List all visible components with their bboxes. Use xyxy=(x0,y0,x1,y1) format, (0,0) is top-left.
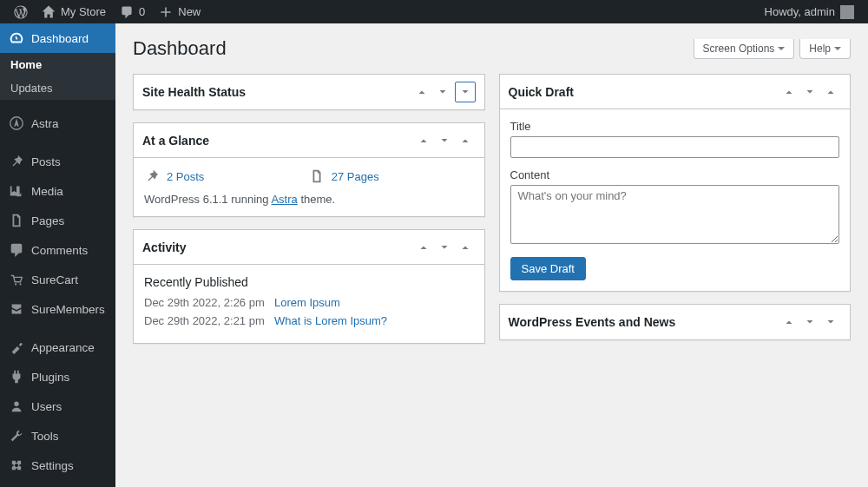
submenu-dashboard: Home Updates xyxy=(0,53,115,100)
svg-point-3 xyxy=(14,402,18,406)
menu-label: Astra xyxy=(31,117,59,130)
menu-posts[interactable]: Posts xyxy=(0,147,115,176)
events-news-box: WordPress Events and News xyxy=(499,304,852,340)
pages-icon xyxy=(9,213,24,228)
glance-posts: 2 Posts xyxy=(144,168,309,184)
menu-appearance[interactable]: Appearance xyxy=(0,332,115,362)
chevron-up-icon xyxy=(416,86,428,98)
menu-plugins[interactable]: Plugins xyxy=(0,362,115,392)
plugins-icon xyxy=(9,369,24,385)
move-up-button[interactable] xyxy=(413,130,434,151)
chevron-down-icon xyxy=(804,316,816,328)
submenu-updates[interactable]: Updates xyxy=(0,76,115,100)
chevron-down-icon xyxy=(438,135,450,147)
title-field: Title xyxy=(510,120,840,158)
move-down-button[interactable] xyxy=(799,82,820,102)
content-label: Content xyxy=(510,168,840,181)
chevron-up-icon xyxy=(418,241,430,253)
menu-label: Users xyxy=(31,400,62,413)
activity-link[interactable]: Lorem Ipsum xyxy=(274,296,340,309)
toggle-panel-button[interactable] xyxy=(820,312,841,332)
toggle-panel-button[interactable] xyxy=(455,82,476,102)
postbox-title: Activity xyxy=(142,240,187,254)
comments-menu[interactable]: 0 xyxy=(113,0,152,23)
move-up-button[interactable] xyxy=(779,82,799,102)
move-down-button[interactable] xyxy=(434,237,455,258)
page-title: Dashboard xyxy=(133,30,227,67)
admin-bar-left: My Store 0 New xyxy=(7,0,207,23)
save-draft-button[interactable]: Save Draft xyxy=(510,257,586,280)
move-up-button[interactable] xyxy=(779,312,799,332)
users-icon xyxy=(9,398,24,414)
screen-options-button[interactable]: Screen Options xyxy=(694,39,795,59)
admin-sidebar: Dashboard Home Updates Astra Posts Media… xyxy=(0,23,115,487)
menu-label: SureMembers xyxy=(31,303,105,316)
theme-link[interactable]: Astra xyxy=(271,193,297,206)
menu-pages[interactable]: Pages xyxy=(0,206,115,235)
toggle-panel-button[interactable] xyxy=(820,82,841,102)
my-account-menu[interactable]: Howdy, admin xyxy=(758,0,861,23)
postbox-title: WordPress Events and News xyxy=(509,315,676,329)
menu-users[interactable]: Users xyxy=(0,392,115,421)
pin-icon xyxy=(144,168,160,184)
postbox-header: Quick Draft xyxy=(500,75,851,109)
pages-link[interactable]: 27 Pages xyxy=(332,170,379,183)
toggle-panel-button[interactable] xyxy=(455,130,476,151)
content-header: Dashboard Screen Options Help xyxy=(133,23,851,67)
move-down-button[interactable] xyxy=(799,312,820,332)
menu-dashboard[interactable]: Dashboard xyxy=(0,23,115,53)
screen-meta: Screen Options Help xyxy=(694,39,851,59)
astra-icon xyxy=(9,115,24,131)
postbox-header: Activity xyxy=(134,230,484,265)
activity-date: Dec 29th 2022, 2:26 pm xyxy=(144,296,266,309)
chevron-down-icon xyxy=(459,86,471,98)
appearance-icon xyxy=(9,339,24,355)
postbox-header: WordPress Events and News xyxy=(500,305,851,339)
wp-logo-menu[interactable] xyxy=(7,0,35,23)
admin-bar-right: Howdy, admin xyxy=(758,0,861,23)
content-area: Dashboard Screen Options Help Site Healt… xyxy=(115,23,868,487)
menu-label: Settings xyxy=(31,459,74,472)
new-content-menu[interactable]: New xyxy=(152,0,207,23)
site-name-menu[interactable]: My Store xyxy=(35,0,113,23)
chevron-up-icon xyxy=(783,316,795,328)
postbox-body: Title Content Save Draft xyxy=(500,109,851,291)
postbox-actions xyxy=(779,82,841,102)
toggle-panel-button[interactable] xyxy=(455,237,476,258)
menu-tools[interactable]: Tools xyxy=(0,421,115,451)
activity-row: Dec 29th 2022, 2:26 pm Lorem Ipsum xyxy=(144,296,474,309)
menu-suremembers[interactable]: SureMembers xyxy=(0,294,115,324)
column-right: Quick Draft Title Content xyxy=(499,74,852,356)
menu-astra[interactable]: Astra xyxy=(0,109,115,138)
chevron-down-icon xyxy=(778,47,785,54)
menu-comments[interactable]: Comments xyxy=(0,235,115,265)
postbox-body: 2 Posts 27 Pages WordPress 6.1.1 running… xyxy=(134,158,484,216)
content-textarea[interactable] xyxy=(510,185,840,244)
activity-date: Dec 29th 2022, 2:21 pm xyxy=(144,314,266,327)
pin-icon xyxy=(9,154,24,169)
menu-settings[interactable]: Settings xyxy=(0,451,115,480)
title-label: Title xyxy=(510,120,840,133)
chevron-up-icon xyxy=(418,135,430,147)
wordpress-icon xyxy=(14,5,28,19)
activity-link[interactable]: What is Lorem Ipsum? xyxy=(274,314,387,327)
submenu-home[interactable]: Home xyxy=(0,53,115,76)
comment-icon xyxy=(120,5,134,19)
column-left: Site Health Status At a Glance xyxy=(133,74,485,356)
help-button[interactable]: Help xyxy=(799,39,851,59)
chevron-down-icon xyxy=(834,47,841,54)
postbox-title: At a Glance xyxy=(142,134,209,148)
posts-link[interactable]: 2 Posts xyxy=(167,170,204,183)
title-input[interactable] xyxy=(510,136,840,158)
menu-label: Appearance xyxy=(31,341,95,354)
glance-footer: WordPress 6.1.1 running Astra theme. xyxy=(144,193,474,206)
menu-label: Media xyxy=(31,185,63,198)
move-up-button[interactable] xyxy=(413,237,434,258)
menu-surecart[interactable]: SureCart xyxy=(0,265,115,294)
move-down-button[interactable] xyxy=(432,82,453,102)
menu-media[interactable]: Media xyxy=(0,176,115,206)
chevron-up-icon xyxy=(825,86,837,98)
move-down-button[interactable] xyxy=(434,130,455,151)
move-up-button[interactable] xyxy=(411,82,432,102)
site-health-box: Site Health Status xyxy=(133,74,485,110)
